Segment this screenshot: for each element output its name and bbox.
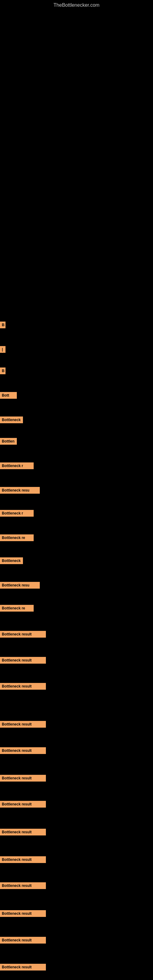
bottleneck-result-badge-14[interactable]: Bottleneck result xyxy=(0,631,46,638)
result-row-7: Bottleneck r xyxy=(0,463,33,469)
bottleneck-result-badge-16[interactable]: Bottleneck result xyxy=(0,683,46,690)
result-row-18: Bottleneck result xyxy=(0,747,46,754)
bottleneck-result-badge-18[interactable]: Bottleneck result xyxy=(0,747,46,754)
bottleneck-result-badge-17[interactable]: Bottleneck result xyxy=(0,721,46,728)
result-row-9: Bottleneck r xyxy=(0,510,33,517)
bottleneck-result-badge-10[interactable]: Bottleneck re xyxy=(0,535,33,541)
result-row-24: Bottleneck result xyxy=(0,910,46,917)
result-row-11: Bottleneck xyxy=(0,557,23,564)
result-row-23: Bottleneck result xyxy=(0,882,46,889)
result-row-25: Bottleneck result xyxy=(0,937,46,943)
result-row-16: Bottleneck result xyxy=(0,683,46,690)
bottleneck-result-badge-6[interactable]: Bottlen xyxy=(0,438,17,445)
bottleneck-result-badge-12[interactable]: Bottleneck resu xyxy=(0,582,40,589)
result-row-6: Bottlen xyxy=(0,438,17,445)
result-row-26: Bottleneck result xyxy=(0,964,46,970)
bottleneck-result-badge-26[interactable]: Bottleneck result xyxy=(0,964,46,970)
result-row-22: Bottleneck result xyxy=(0,856,46,863)
result-row-12: Bottleneck resu xyxy=(0,582,40,589)
result-row-15: Bottleneck result xyxy=(0,657,46,663)
bottleneck-result-badge-3[interactable]: B xyxy=(0,368,5,374)
site-title: TheBottlenecker.com xyxy=(0,0,153,8)
result-row-19: Bottleneck result xyxy=(0,775,46,781)
bottleneck-result-badge-21[interactable]: Bottleneck result xyxy=(0,829,46,835)
result-row-13: Bottleneck re xyxy=(0,605,33,612)
result-row-5: Bottleneck xyxy=(0,417,23,423)
result-row-17: Bottleneck result xyxy=(0,721,46,728)
bottleneck-result-badge-13[interactable]: Bottleneck re xyxy=(0,605,33,612)
bottleneck-result-badge-22[interactable]: Bottleneck result xyxy=(0,856,46,863)
result-row-8: Bottleneck resu xyxy=(0,487,40,494)
bottleneck-result-badge-8[interactable]: Bottleneck resu xyxy=(0,487,40,494)
bottleneck-result-badge-15[interactable]: Bottleneck result xyxy=(0,657,46,663)
bottleneck-result-badge-23[interactable]: Bottleneck result xyxy=(0,882,46,889)
result-row-10: Bottleneck re xyxy=(0,535,33,541)
result-row-20: Bottleneck result xyxy=(0,801,46,808)
bottleneck-result-badge-4[interactable]: Bott xyxy=(0,392,17,399)
bottleneck-result-badge-5[interactable]: Bottleneck xyxy=(0,417,23,423)
bottleneck-result-badge-25[interactable]: Bottleneck result xyxy=(0,937,46,943)
bottleneck-result-badge-1[interactable]: B xyxy=(0,321,5,328)
result-row-21: Bottleneck result xyxy=(0,829,46,835)
bottleneck-result-badge-9[interactable]: Bottleneck r xyxy=(0,510,33,517)
bottleneck-result-badge-20[interactable]: Bottleneck result xyxy=(0,801,46,808)
result-row-1: B xyxy=(0,321,5,328)
bottleneck-result-badge-24[interactable]: Bottleneck result xyxy=(0,910,46,917)
result-row-2: | xyxy=(0,346,5,353)
result-row-14: Bottleneck result xyxy=(0,631,46,638)
bottleneck-result-badge-11[interactable]: Bottleneck xyxy=(0,557,23,564)
bottleneck-result-badge-7[interactable]: Bottleneck r xyxy=(0,463,33,469)
bottleneck-result-badge-2[interactable]: | xyxy=(0,346,5,353)
bottleneck-result-badge-19[interactable]: Bottleneck result xyxy=(0,775,46,781)
result-row-3: B xyxy=(0,368,5,374)
result-row-4: Bott xyxy=(0,392,17,399)
